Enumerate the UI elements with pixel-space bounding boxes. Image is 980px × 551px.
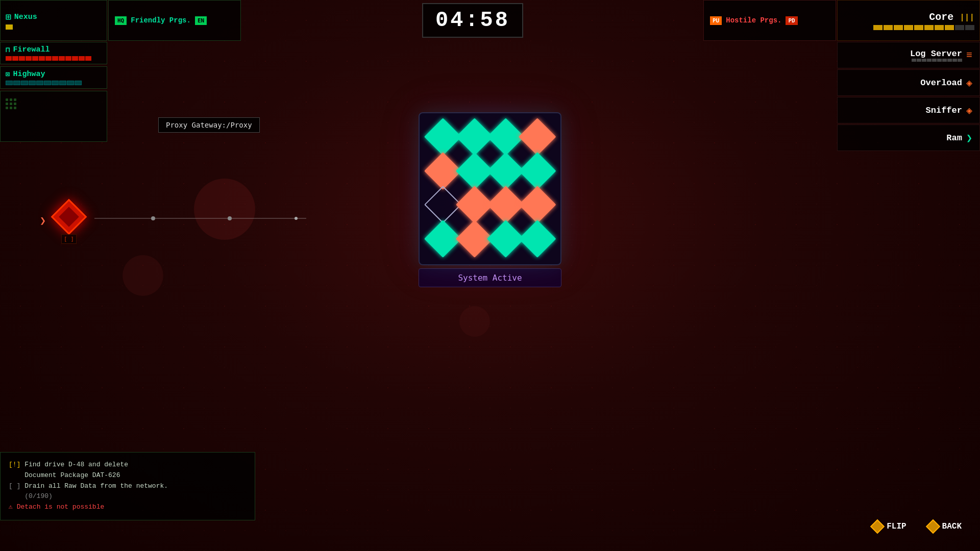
grid-cell-3-3 [519,220,556,257]
core-seg-7 [935,25,944,30]
overload-label: Overload [920,78,962,88]
highway-panel: ⊠ Highway [0,66,107,89]
core-seg-3 [894,25,903,30]
grid-cell-0-3 [519,118,556,155]
en-badge: EN [195,16,207,25]
overload-icon: ◈ [966,77,972,89]
left-node[interactable]: [ ] ❯ [51,199,87,235]
hostile-prgs-label: Hostile Prgs. [726,16,781,24]
log-line-2: [ ] Drain all Raw Data from the network.… [9,481,247,503]
core-seg-9 [955,25,964,30]
back-button[interactable]: BACK [920,517,970,536]
flip-label: FLIP [887,522,906,531]
overload-panel: Overload ◈ [837,69,980,96]
back-label: BACK [942,522,962,531]
hostile-prgs-panel: PU Hostile Prgs. PD [703,0,836,41]
pd-badge: PD [786,16,797,25]
log-text-1: Find drive D-48 and delete [24,461,128,468]
pu-badge: PU [710,16,722,25]
core-label: Core ||| [843,11,974,23]
back-diamond-icon [925,519,940,534]
nexus-label: ⊞ Nexus [6,11,102,22]
proxy-tooltip: Proxy Gateway:/Proxy [158,117,260,133]
core-seg-8 [945,25,954,30]
core-seg-4 [904,25,913,30]
core-bar [843,25,974,30]
left-node-diamond [51,199,87,235]
grid-cell-2-3 [519,186,556,223]
log-server-panel: Log Server ≡ [837,42,980,68]
status-bar: System Active [419,268,561,287]
timer-container: 04:58 [242,0,703,41]
log-text-2b: (0/190) [9,492,53,500]
friendly-prgs-panel: HQ Friendly Prgs. EN [108,0,241,41]
dots-row [6,98,102,101]
highway-label: ⊠ Highway [6,70,102,79]
log-text-2: Drain all Raw Data from the network. [24,482,168,490]
sniffer-panel: Sniffer ◈ [837,97,980,123]
log-bracket-2: [ ] [9,482,20,490]
left-panels: ⊓ Firewall ⊠ Highway [0,42,112,142]
top-bar: ⊞ Nexus HQ Friendly Prgs. EN 04:58 PU Ho… [0,0,980,41]
firewall-text: Firewall [13,45,50,54]
nexus-text: Nexus [14,13,37,21]
core-seg-6 [924,25,934,30]
core-seg-1 [873,25,883,30]
ram-label: Ram [946,133,962,143]
core-signal-icon: ||| [960,13,974,22]
center-node[interactable]: System Active [419,112,561,287]
left-node-arrow: ❯ [40,214,46,227]
grid-cell-1-3 [519,152,556,189]
log-server-content: Log Server [845,49,962,62]
highway-icon: ⊠ [6,70,10,79]
bottom-buttons: FLIP BACK [854,512,980,541]
dots-row [6,103,102,105]
empty-panel [0,91,107,142]
glow-particle [459,306,490,337]
grid-container [419,112,561,265]
glow-particle [122,255,163,296]
firewall-label: ⊓ Firewall [6,45,102,54]
proxy-tooltip-text: Proxy Gateway:/Proxy [166,121,252,129]
sniffer-label: Sniffer [926,106,962,115]
core-seg-5 [914,25,923,30]
ram-arrow-icon: ❯ [966,132,972,144]
log-server-bars [845,59,962,62]
log-warning-icon: ⚠ Detach is not possible [9,503,104,511]
highway-text: Highway [13,70,45,79]
glow-particle [194,179,255,240]
log-icon-1: [!] [9,461,20,468]
hq-badge: HQ [115,16,127,25]
bottom-log: [!] Find drive D-48 and delete Document … [0,452,255,520]
status-text: System Active [458,273,522,283]
dots-row [6,107,102,109]
log-server-label: Log Server [845,49,962,59]
ram-panel: Ram ❯ [837,124,980,151]
sniffer-icon: ◈ [966,104,972,117]
log-text-1b: Document Package DAT-626 [9,471,120,479]
right-panels: Log Server ≡ Overload ◈ Sniffer ◈ Ram [837,42,980,151]
dots-pattern [6,94,102,113]
core-seg-2 [884,25,893,30]
log-line-1: [!] Find drive D-48 and delete Document … [9,460,247,481]
node-diamond-inner [59,207,79,227]
timer-display: 04:58 [422,3,523,38]
firewall-icon: ⊓ [6,45,10,54]
left-node-label: [ ] [61,234,77,244]
firewall-bars [6,56,102,61]
nexus-icon: ⊞ [6,11,11,22]
core-seg-10 [965,25,974,30]
log-line-3: ⚠ Detach is not possible [9,502,247,513]
core-panel: Core ||| [837,0,980,41]
log-server-icon: ≡ [966,49,972,61]
firewall-panel: ⊓ Firewall [0,42,107,64]
highway-bars [6,81,102,85]
node-diamond-shape [51,199,87,235]
flip-diamond-icon [870,519,885,534]
nexus-panel: ⊞ Nexus [0,0,107,41]
flip-button[interactable]: FLIP [864,517,914,536]
nexus-bar [6,24,13,30]
friendly-prgs-label: Friendly Prgs. [131,16,191,24]
